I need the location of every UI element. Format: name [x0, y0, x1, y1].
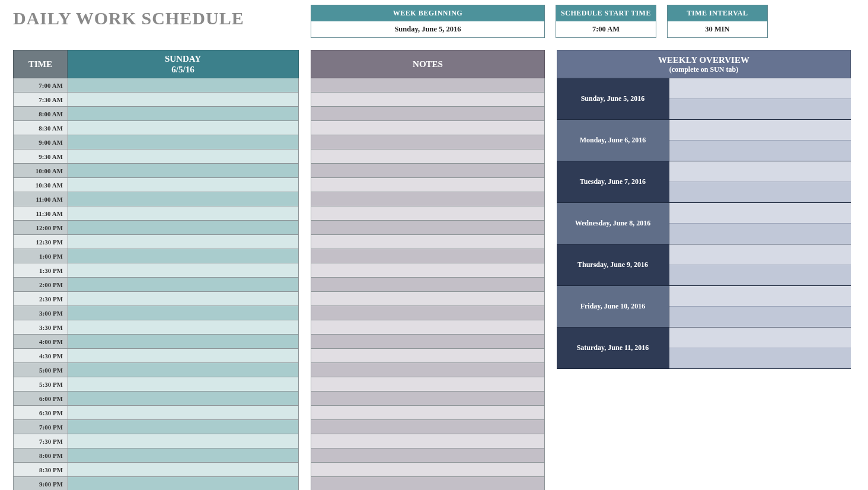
schedule-entry-cell[interactable]: [68, 235, 298, 249]
note-row[interactable]: [311, 406, 544, 420]
schedule-row: 7:30 PM: [14, 434, 298, 448]
schedule-entry-cell[interactable]: [68, 178, 298, 192]
overview-slot[interactable]: [669, 141, 851, 161]
note-row[interactable]: [311, 78, 544, 93]
note-row[interactable]: [311, 335, 544, 349]
schedule-entry-cell[interactable]: [68, 377, 298, 391]
overview-slot[interactable]: [669, 307, 851, 327]
schedule-time-cell: 4:00 PM: [14, 335, 68, 348]
overview-slot[interactable]: [669, 224, 851, 244]
note-row[interactable]: [311, 420, 544, 434]
schedule-day-date: 6/5/16: [68, 64, 298, 75]
note-row[interactable]: [311, 292, 544, 306]
overview-slot[interactable]: [669, 120, 851, 141]
schedule-entry-cell[interactable]: [68, 448, 298, 462]
note-row[interactable]: [311, 249, 544, 263]
overview-row: Thursday, June 9, 2016: [557, 244, 851, 286]
note-row[interactable]: [311, 149, 544, 164]
overview-day-label: Saturday, June 11, 2016: [557, 327, 669, 368]
note-row[interactable]: [311, 206, 544, 221]
schedule-entry-cell[interactable]: [68, 392, 298, 405]
schedule-entry-cell[interactable]: [68, 93, 298, 106]
notes-panel: NOTES: [311, 50, 545, 490]
schedule-entry-cell[interactable]: [68, 149, 298, 163]
schedule-time-cell: 5:00 PM: [14, 363, 68, 377]
overview-slot[interactable]: [669, 286, 851, 307]
schedule-time-cell: 12:30 PM: [14, 235, 68, 249]
schedule-entry-cell[interactable]: [68, 420, 298, 434]
info-week-value[interactable]: Sunday, June 5, 2016: [311, 21, 544, 37]
overview-slot[interactable]: [669, 99, 851, 120]
note-row[interactable]: [311, 392, 544, 406]
note-row[interactable]: [311, 221, 544, 235]
schedule-time-cell: 3:30 PM: [14, 320, 68, 334]
overview-row: Wednesday, June 8, 2016: [557, 203, 851, 244]
note-row[interactable]: [311, 349, 544, 363]
schedule-time-cell: 1:30 PM: [14, 263, 68, 277]
schedule-time-cell: 4:30 PM: [14, 349, 68, 362]
schedule-entry-cell[interactable]: [68, 406, 298, 419]
schedule-entry-cell[interactable]: [68, 263, 298, 277]
note-row[interactable]: [311, 135, 544, 149]
note-row[interactable]: [311, 278, 544, 292]
schedule-time-cell: 1:00 PM: [14, 249, 68, 263]
schedule-entry-cell[interactable]: [68, 121, 298, 135]
overview-slot[interactable]: [669, 265, 851, 286]
overview-slot[interactable]: [669, 327, 851, 348]
schedule-entry-cell[interactable]: [68, 221, 298, 234]
overview-slot[interactable]: [669, 348, 851, 369]
overview-slot[interactable]: [669, 161, 851, 182]
schedule-entry-cell[interactable]: [68, 249, 298, 263]
schedule-entry-cell[interactable]: [68, 278, 298, 291]
schedule-entry-cell[interactable]: [68, 192, 298, 206]
schedule-time-cell: 6:00 PM: [14, 392, 68, 405]
note-row[interactable]: [311, 434, 544, 448]
overview-slot[interactable]: [669, 203, 851, 224]
note-row[interactable]: [311, 477, 544, 490]
note-row[interactable]: [311, 93, 544, 107]
info-start-value[interactable]: 7:00 AM: [556, 21, 656, 37]
schedule-entry-cell[interactable]: [68, 349, 298, 362]
schedule-row: 12:00 PM: [14, 221, 298, 235]
schedule-entry-cell[interactable]: [68, 107, 298, 120]
note-row[interactable]: [311, 448, 544, 463]
overview-slots: [669, 161, 851, 202]
overview-slots: [669, 327, 851, 368]
note-row[interactable]: [311, 235, 544, 249]
note-row[interactable]: [311, 263, 544, 278]
note-row[interactable]: [311, 121, 544, 135]
note-row[interactable]: [311, 306, 544, 320]
schedule-row: 9:00 AM: [14, 135, 298, 149]
schedule-entry-cell[interactable]: [68, 135, 298, 149]
schedule-panel: TIME SUNDAY 6/5/16 7:00 AM7:30 AM8:00 AM…: [13, 50, 299, 490]
schedule-entry-cell[interactable]: [68, 206, 298, 220]
schedule-row: 12:30 PM: [14, 235, 298, 249]
note-row[interactable]: [311, 107, 544, 121]
schedule-entry-cell[interactable]: [68, 463, 298, 476]
overview-title: WEEKLY OVERVIEW: [557, 55, 850, 65]
schedule-row: 9:00 PM: [14, 477, 298, 490]
schedule-entry-cell[interactable]: [68, 78, 298, 92]
overview-day-label: Thursday, June 9, 2016: [557, 244, 669, 285]
schedule-entry-cell[interactable]: [68, 477, 298, 490]
note-row[interactable]: [311, 164, 544, 178]
schedule-entry-cell[interactable]: [68, 363, 298, 377]
schedule-entry-cell[interactable]: [68, 164, 298, 177]
page-title: DAILY WORK SCHEDULE: [13, 5, 299, 28]
overview-slot[interactable]: [669, 182, 851, 203]
schedule-entry-cell[interactable]: [68, 335, 298, 348]
schedule-entry-cell[interactable]: [68, 292, 298, 306]
note-row[interactable]: [311, 192, 544, 206]
note-row[interactable]: [311, 320, 544, 335]
note-row[interactable]: [311, 377, 544, 392]
info-interval-value[interactable]: 30 MIN: [668, 21, 767, 37]
note-row[interactable]: [311, 463, 544, 477]
schedule-entry-cell[interactable]: [68, 320, 298, 334]
note-row[interactable]: [311, 363, 544, 377]
schedule-time-cell: 7:30 PM: [14, 434, 68, 448]
schedule-entry-cell[interactable]: [68, 434, 298, 448]
schedule-entry-cell[interactable]: [68, 306, 298, 320]
overview-slot[interactable]: [669, 244, 851, 265]
note-row[interactable]: [311, 178, 544, 192]
overview-slot[interactable]: [669, 78, 851, 99]
